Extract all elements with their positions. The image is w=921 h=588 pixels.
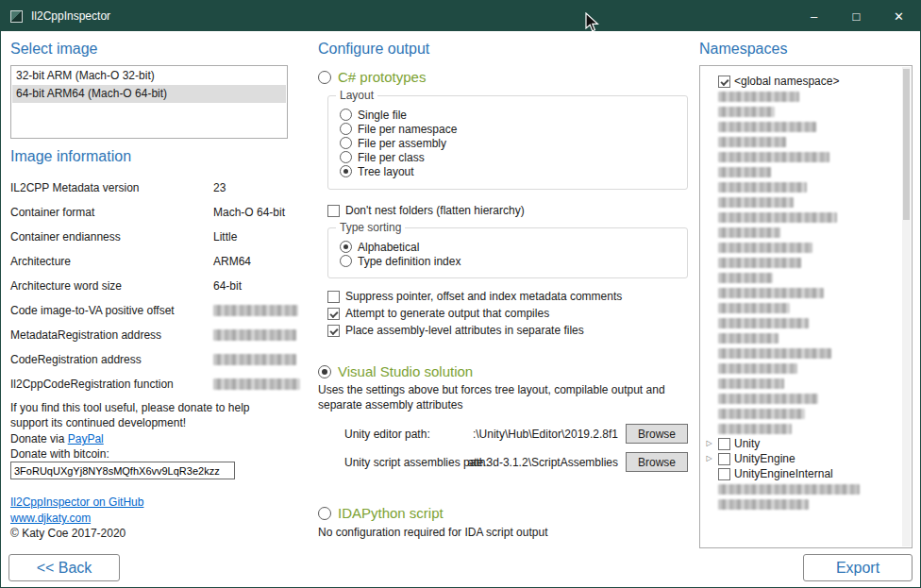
namespace-checkbox[interactable] bbox=[718, 453, 730, 465]
namespace-item[interactable] bbox=[704, 300, 898, 315]
info-row: Code image-to-VA positive offset bbox=[10, 299, 288, 324]
layout-option[interactable]: Single file bbox=[340, 108, 679, 122]
donate-text-line2: support its continued development! bbox=[10, 416, 186, 429]
unity-editor-path-value: :\Unity\Hub\Editor\2019.2.8f1 bbox=[473, 428, 618, 441]
minimize-button[interactable]: – bbox=[793, 1, 835, 31]
idapython-label: IDAPython script bbox=[338, 505, 444, 521]
select-image-heading: Select image bbox=[10, 41, 98, 58]
scrollbar-thumb[interactable] bbox=[903, 69, 910, 220]
type-sorting-option[interactable]: Alphabetical bbox=[340, 240, 679, 254]
namespace-item[interactable] bbox=[704, 194, 898, 210]
layout-option[interactable]: File per assembly bbox=[340, 136, 679, 150]
vs-description: Uses the settings above but forces tree … bbox=[318, 382, 688, 412]
flatten-checkbox-container: Don't nest folders (flatten hierarchy) bbox=[327, 202, 525, 219]
namespace-checkbox[interactable] bbox=[718, 468, 730, 480]
namespace-item[interactable] bbox=[704, 164, 898, 179]
info-row: Container endiannessLittle bbox=[10, 226, 288, 250]
unity-script-browse-button[interactable]: Browse bbox=[626, 452, 688, 472]
layout-option[interactable]: File per class bbox=[340, 150, 679, 164]
expander-icon[interactable]: ▷ bbox=[704, 451, 714, 466]
namespace-item[interactable] bbox=[704, 255, 898, 270]
maximize-button[interactable]: □ bbox=[835, 1, 878, 31]
idapython-radio-row[interactable]: IDAPython script bbox=[318, 505, 444, 521]
namespace-item[interactable] bbox=[704, 210, 898, 225]
namespace-checkbox[interactable] bbox=[718, 76, 730, 88]
namespace-item[interactable] bbox=[704, 330, 898, 345]
unity-editor-browse-button[interactable]: Browse bbox=[626, 424, 688, 444]
checkbox-icon bbox=[327, 308, 340, 320]
namespace-item[interactable] bbox=[704, 225, 898, 240]
namespace-label: UnityEngineInternal bbox=[734, 467, 833, 480]
checkbox-icon bbox=[327, 325, 340, 337]
namespace-item[interactable] bbox=[704, 361, 898, 376]
namespace-item[interactable] bbox=[704, 315, 898, 330]
namespace-label: Unity bbox=[734, 437, 760, 450]
redacted-namespace bbox=[718, 363, 797, 374]
radio-label: Type definition index bbox=[358, 255, 460, 268]
window-title: Il2CppInspector bbox=[31, 9, 110, 23]
namespace-item[interactable] bbox=[704, 89, 898, 104]
image-list-item[interactable]: 64-bit ARM64 (Mach-O 64-bit) bbox=[12, 85, 286, 103]
close-button[interactable]: ✕ bbox=[878, 1, 920, 31]
namespace-item[interactable] bbox=[704, 104, 898, 119]
namespaces-list[interactable]: <global namespace>▷Unity▷UnityEngineUnit… bbox=[699, 65, 913, 548]
namespace-checkbox[interactable] bbox=[718, 438, 730, 450]
unity-script-path-row: Unity script assemblies path: ate.3d-3.1… bbox=[318, 452, 688, 473]
namespace-item[interactable] bbox=[704, 285, 898, 300]
redacted-value bbox=[213, 305, 298, 316]
redacted-namespace bbox=[718, 318, 809, 328]
output-option-checkbox[interactable]: Place assembly-level attributes in separ… bbox=[327, 322, 622, 339]
csharp-prototypes-radio-row[interactable]: C# prototypes bbox=[318, 69, 426, 85]
output-option-checkboxes: Suppress pointer, offset and index metad… bbox=[327, 288, 622, 339]
app-icon bbox=[10, 10, 23, 23]
info-value: ARM64 bbox=[213, 255, 251, 268]
namespaces-scrollbar[interactable] bbox=[902, 67, 911, 546]
namespaces-heading: Namespaces bbox=[699, 41, 787, 58]
namespace-item[interactable] bbox=[704, 421, 898, 436]
namespace-item[interactable] bbox=[704, 149, 898, 164]
namespace-item[interactable] bbox=[704, 496, 898, 512]
output-option-checkbox[interactable]: Suppress pointer, offset and index metad… bbox=[327, 288, 622, 305]
radio-label: File per class bbox=[358, 151, 425, 164]
radio-label: Single file bbox=[358, 109, 407, 122]
namespace-item[interactable] bbox=[704, 270, 898, 285]
back-button[interactable]: << Back bbox=[8, 554, 120, 581]
redacted-namespace bbox=[718, 303, 790, 313]
namespace-item[interactable] bbox=[704, 481, 898, 496]
redacted-namespace bbox=[718, 122, 816, 132]
namespace-item[interactable] bbox=[704, 134, 898, 149]
layout-option[interactable]: File per namespace bbox=[340, 122, 679, 136]
github-link[interactable]: Il2CppInspector on GitHub bbox=[10, 496, 143, 509]
image-select-list[interactable]: 32-bit ARM (Mach-O 32-bit)64-bit ARM64 (… bbox=[10, 65, 288, 139]
checkbox-label: Don't nest folders (flatten hierarchy) bbox=[345, 204, 525, 217]
namespace-item[interactable] bbox=[704, 406, 898, 421]
checkbox-label: Suppress pointer, offset and index metad… bbox=[345, 290, 622, 303]
redacted-namespace bbox=[718, 378, 784, 389]
flatten-hierarchy-checkbox[interactable]: Don't nest folders (flatten hierarchy) bbox=[327, 202, 525, 219]
bitcoin-address-input[interactable] bbox=[10, 462, 235, 479]
namespace-item[interactable] bbox=[704, 179, 898, 194]
namespace-item[interactable] bbox=[704, 119, 898, 134]
configure-output-heading: Configure output bbox=[318, 41, 429, 58]
paypal-link[interactable]: PayPal bbox=[68, 432, 104, 445]
namespace-item[interactable] bbox=[704, 376, 898, 391]
namespace-item[interactable] bbox=[704, 345, 898, 361]
namespace-item[interactable]: UnityEngineInternal bbox=[704, 466, 898, 481]
unity-editor-path-label: Unity editor path: bbox=[344, 428, 430, 441]
export-button[interactable]: Export bbox=[803, 554, 913, 581]
output-option-checkbox[interactable]: Attempt to generate output that compiles bbox=[327, 305, 622, 322]
website-link[interactable]: www.djkaty.com bbox=[10, 512, 91, 525]
vs-solution-radio-row[interactable]: Visual Studio solution bbox=[318, 363, 473, 379]
image-list-item[interactable]: 32-bit ARM (Mach-O 32-bit) bbox=[12, 67, 286, 85]
namespace-label: UnityEngine bbox=[734, 452, 795, 465]
namespace-item[interactable] bbox=[704, 391, 898, 406]
namespace-item[interactable]: ▷Unity bbox=[704, 436, 898, 451]
namespace-item[interactable]: ▷UnityEngine bbox=[704, 451, 898, 466]
type-sorting-option[interactable]: Type definition index bbox=[340, 254, 679, 268]
ida-radio bbox=[318, 507, 331, 520]
namespace-item[interactable] bbox=[704, 240, 898, 255]
layout-option[interactable]: Tree layout bbox=[340, 164, 679, 178]
expander-icon[interactable]: ▷ bbox=[704, 436, 714, 451]
image-information-table: IL2CPP Metadata version23Container forma… bbox=[10, 176, 288, 397]
namespace-item[interactable]: <global namespace> bbox=[704, 74, 898, 89]
